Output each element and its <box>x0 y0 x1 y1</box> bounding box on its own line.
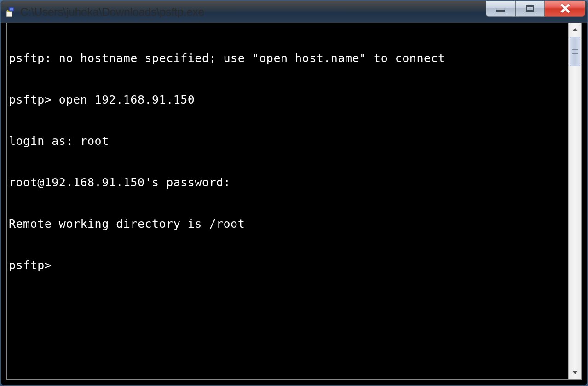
svg-rect-2 <box>10 8 13 10</box>
scroll-up-button[interactable] <box>569 23 581 36</box>
close-button[interactable] <box>545 0 585 17</box>
minimize-icon <box>496 10 505 12</box>
titlebar[interactable]: C:\Users\juhoka\Downloads\psftp.exe <box>1 1 587 23</box>
svg-marker-4 <box>573 28 577 31</box>
window-controls <box>486 0 585 17</box>
scroll-grip-icon <box>572 49 578 54</box>
scroll-track[interactable] <box>569 36 581 366</box>
terminal-line: login as: root <box>9 134 566 148</box>
chevron-down-icon <box>573 371 577 374</box>
app-icon <box>6 6 17 17</box>
terminal-output[interactable]: psftp: no hostname specified; use "open … <box>7 23 568 379</box>
chevron-up-icon <box>573 28 577 31</box>
maximize-button[interactable] <box>515 0 545 17</box>
terminal-line: psftp: no hostname specified; use "open … <box>9 52 566 65</box>
vertical-scrollbar[interactable] <box>568 23 581 379</box>
terminal-line: psftp> open 192.168.91.150 <box>9 93 566 107</box>
client-area: psftp: no hostname specified; use "open … <box>6 23 582 380</box>
terminal-line: root@192.168.91.150's password: <box>9 176 566 190</box>
scroll-down-button[interactable] <box>569 366 581 379</box>
minimize-button[interactable] <box>486 0 515 17</box>
svg-marker-5 <box>573 371 577 374</box>
window-title: C:\Users\juhoka\Downloads\psftp.exe <box>20 6 204 18</box>
scroll-thumb[interactable] <box>570 37 580 66</box>
close-icon <box>560 3 570 13</box>
terminal-line: psftp> <box>9 259 566 272</box>
terminal-line: Remote working directory is /root <box>9 217 566 231</box>
maximize-icon <box>526 5 534 12</box>
app-window: C:\Users\juhoka\Downloads\psftp.exe psft… <box>0 0 588 386</box>
